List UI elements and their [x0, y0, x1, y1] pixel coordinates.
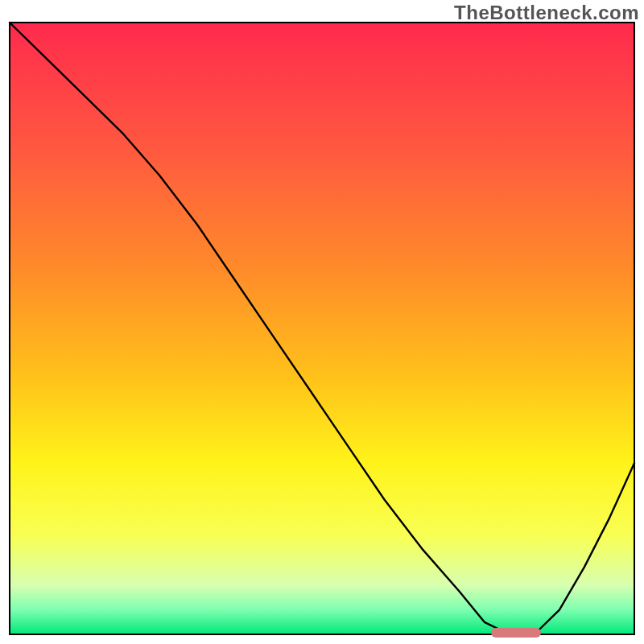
chart-svg	[0, 0, 644, 644]
watermark-text: TheBottleneck.com	[454, 2, 639, 24]
optimal-range-marker	[491, 628, 541, 638]
bottleneck-chart: TheBottleneck.com	[0, 0, 644, 644]
